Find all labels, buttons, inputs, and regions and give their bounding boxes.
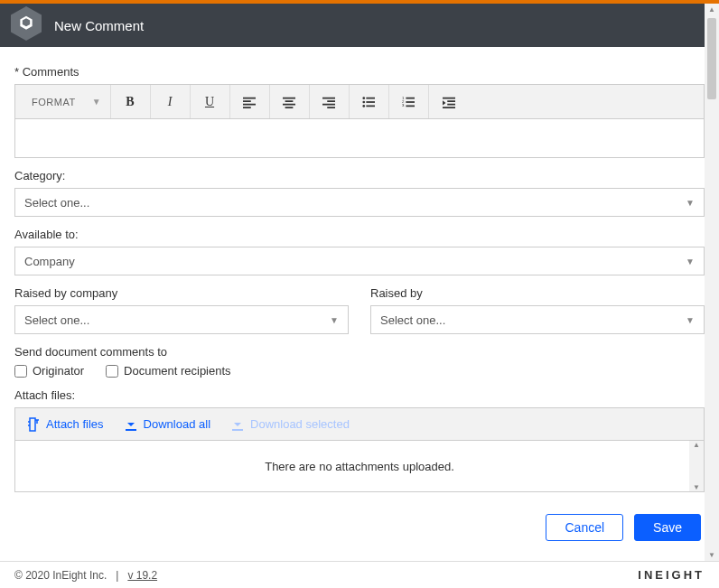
raised-by-company-select[interactable]: Select one... ▼ xyxy=(14,305,349,334)
svg-point-0 xyxy=(362,97,365,99)
raised-by-company-value: Select one... xyxy=(24,313,89,327)
chevron-down-icon: ▼ xyxy=(330,315,339,325)
chevron-down-icon: ▼ xyxy=(686,257,695,266)
align-left-button[interactable] xyxy=(230,85,270,118)
footer-divider: | xyxy=(116,569,118,582)
action-buttons: Cancel Save xyxy=(14,514,705,541)
indent-button[interactable] xyxy=(429,85,469,118)
page-scrollbar[interactable]: ▲ ▼ xyxy=(705,4,719,561)
app-logo-badge xyxy=(11,6,42,41)
raised-by-company-label: Raised by company xyxy=(14,286,349,300)
chevron-down-icon: ▼ xyxy=(686,315,695,325)
recipients-checkbox[interactable] xyxy=(106,365,118,378)
raised-by-value: Select one... xyxy=(380,313,445,327)
category-value: Select one... xyxy=(24,196,89,210)
unordered-list-button[interactable] xyxy=(350,85,389,118)
available-to-label: Available to: xyxy=(14,228,705,241)
raised-by-select[interactable]: Select one... ▼ xyxy=(370,305,705,334)
category-select[interactable]: Select one... ▼ xyxy=(14,188,705,217)
header: New Comment xyxy=(0,4,719,47)
svg-text:3: 3 xyxy=(402,103,405,107)
copyright-text: © 2020 InEight Inc. xyxy=(14,569,107,582)
download-all-button[interactable]: Download all xyxy=(124,417,210,432)
send-to-label: Send document comments to xyxy=(14,345,705,359)
download-selected-button: Download selected xyxy=(230,417,350,432)
rich-text-editor: FORMAT ▼ B I U 123 xyxy=(14,84,705,158)
download-icon xyxy=(230,417,245,432)
svg-point-2 xyxy=(362,105,365,107)
attachments-toolbar: Attach files Download all Download selec… xyxy=(15,408,704,441)
chevron-down-icon: ▼ xyxy=(686,198,695,208)
paperclip-icon xyxy=(26,417,41,432)
align-right-button[interactable] xyxy=(310,85,350,118)
recipients-label: Document recipients xyxy=(124,364,231,378)
footer: © 2020 InEight Inc. | v 19.2 INEIGHT xyxy=(0,561,719,588)
bold-button[interactable]: B xyxy=(111,85,151,118)
attachments-panel: Attach files Download all Download selec… xyxy=(14,407,705,492)
comments-label: * Comments xyxy=(14,65,705,79)
available-to-value: Company xyxy=(24,255,75,268)
attach-files-label: Attach files: xyxy=(14,388,705,402)
attachments-list: There are no attachments uploaded. ▲▼ xyxy=(15,441,704,491)
svg-point-1 xyxy=(362,100,365,103)
editor-textarea[interactable] xyxy=(15,119,704,157)
download-icon xyxy=(124,417,138,432)
raised-by-label: Raised by xyxy=(370,286,705,300)
scrollbar-thumb[interactable] xyxy=(707,18,716,99)
originator-checkbox[interactable] xyxy=(14,365,27,378)
italic-button[interactable]: I xyxy=(151,85,191,118)
available-to-select[interactable]: Company ▼ xyxy=(14,247,705,275)
editor-toolbar: FORMAT ▼ B I U 123 xyxy=(15,85,704,119)
brand-logo: INEIGHT xyxy=(638,568,705,582)
send-to-checkboxes: Originator Document recipients xyxy=(14,364,705,378)
attachments-empty-text: There are no attachments uploaded. xyxy=(265,460,454,473)
form-content: * Comments FORMAT ▼ B I U 123 xyxy=(0,47,719,549)
cancel-button[interactable]: Cancel xyxy=(546,514,623,541)
attach-files-button[interactable]: Attach files xyxy=(26,417,104,432)
format-label: FORMAT xyxy=(32,97,76,107)
originator-label: Originator xyxy=(33,364,84,378)
ordered-list-button[interactable]: 123 xyxy=(389,85,429,118)
version-link[interactable]: v 19.2 xyxy=(127,569,157,582)
category-label: Category: xyxy=(14,169,705,182)
align-center-button[interactable] xyxy=(270,85,310,118)
header-title: New Comment xyxy=(54,18,144,33)
save-button[interactable]: Save xyxy=(634,514,701,541)
underline-button[interactable]: U xyxy=(191,85,230,118)
chevron-down-icon: ▼ xyxy=(92,97,101,107)
attachments-scrollbar[interactable]: ▲▼ xyxy=(689,441,704,491)
hex-icon xyxy=(17,14,35,33)
format-dropdown[interactable]: FORMAT ▼ xyxy=(23,85,111,118)
